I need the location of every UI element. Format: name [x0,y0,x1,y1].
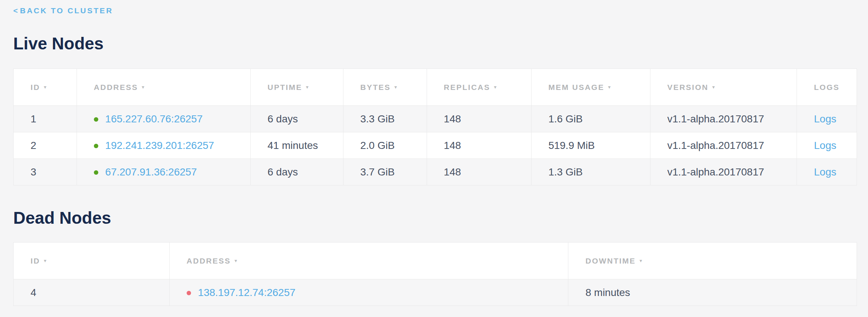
live-col-header-address[interactable]: ADDRESS▾ [77,69,250,106]
dead-nodes-title: Dead Nodes [13,208,857,227]
cell-logs: Logs [797,159,857,185]
live-status-icon [94,170,98,175]
cell-id: 4 [14,279,170,306]
cell-uptime: 41 minutes [250,132,343,159]
live-status-icon [94,144,98,148]
cell-replicas: 148 [427,106,531,132]
dead-status-icon [187,291,191,295]
live-status-icon [94,117,98,122]
logs-link[interactable]: Logs [814,113,836,125]
cell-uptime: 6 days [250,106,343,132]
node-address-link[interactable]: 138.197.12.74:26257 [198,287,296,298]
live-nodes-table: ID▾ ADDRESS▾ UPTIME▾ BYTES▾ REPLICAS▾ ME… [13,69,857,185]
sort-desc-icon: ▾ [142,84,144,90]
dead-col-header-downtime[interactable]: DOWNTIME▾ [568,243,857,279]
table-row: 1 165.227.60.76:26257 6 days 3.3 GiB 148… [14,106,857,132]
live-col-header-replicas[interactable]: REPLICAS▾ [427,69,531,106]
sort-desc-icon: ▾ [712,84,715,90]
cell-bytes: 3.3 GiB [343,106,427,132]
live-col-header-uptime[interactable]: UPTIME▾ [250,69,343,106]
cell-mem-usage: 519.9 MiB [531,132,650,159]
sort-desc-icon: ▾ [639,258,642,264]
cell-address: 165.227.60.76:26257 [77,106,250,132]
cell-address: 192.241.239.201:26257 [77,132,250,159]
nodes-page: <BACK TO CLUSTER Live Nodes ID▾ ADDRESS▾… [0,0,868,306]
cell-bytes: 3.7 GiB [343,159,427,185]
sort-desc-icon: ▾ [494,84,497,90]
sort-desc-icon: ▾ [306,84,308,90]
logs-link[interactable]: Logs [814,140,836,151]
sort-desc-icon: ▾ [234,258,237,264]
cell-bytes: 2.0 GiB [343,132,427,159]
node-address-link[interactable]: 165.227.60.76:26257 [105,113,203,125]
cell-id: 3 [14,159,77,185]
cell-address: 67.207.91.36:26257 [77,159,250,185]
sort-desc-icon: ▾ [44,258,46,264]
dead-table-header-row: ID▾ ADDRESS▾ DOWNTIME▾ [14,243,857,279]
cell-mem-usage: 1.3 GiB [531,159,650,185]
cell-logs: Logs [797,106,857,132]
cell-downtime: 8 minutes [568,279,857,306]
live-col-header-version[interactable]: VERSION▾ [650,69,797,106]
dead-col-header-id[interactable]: ID▾ [14,243,170,279]
sort-desc-icon: ▾ [394,84,397,90]
table-row: 4 138.197.12.74:26257 8 minutes [14,279,857,306]
chevron-left-icon: < [13,6,18,15]
cell-uptime: 6 days [250,159,343,185]
dead-nodes-table: ID▾ ADDRESS▾ DOWNTIME▾ 4 138.197.12.74:2… [13,242,857,306]
live-col-header-id[interactable]: ID▾ [14,69,77,106]
table-row: 2 192.241.239.201:26257 41 minutes 2.0 G… [14,132,857,159]
cell-replicas: 148 [427,132,531,159]
cell-replicas: 148 [427,159,531,185]
live-col-header-logs: LOGS [797,69,857,106]
table-row: 3 67.207.91.36:26257 6 days 3.7 GiB 148 … [14,159,857,185]
live-col-header-bytes[interactable]: BYTES▾ [343,69,427,106]
sort-desc-icon: ▾ [608,84,611,90]
back-to-cluster-link[interactable]: <BACK TO CLUSTER [13,6,113,15]
cell-logs: Logs [797,132,857,159]
live-table-header-row: ID▾ ADDRESS▾ UPTIME▾ BYTES▾ REPLICAS▾ ME… [14,69,857,106]
cell-mem-usage: 1.6 GiB [531,106,650,132]
cell-version: v1.1-alpha.20170817 [650,106,797,132]
cell-version: v1.1-alpha.20170817 [650,132,797,159]
node-address-link[interactable]: 192.241.239.201:26257 [105,140,214,151]
back-to-cluster-label: BACK TO CLUSTER [20,6,113,15]
dead-col-header-address[interactable]: ADDRESS▾ [169,243,568,279]
logs-link[interactable]: Logs [814,166,836,178]
cell-version: v1.1-alpha.20170817 [650,159,797,185]
cell-id: 2 [14,132,77,159]
cell-address: 138.197.12.74:26257 [169,279,568,306]
node-address-link[interactable]: 67.207.91.36:26257 [105,166,197,178]
sort-desc-icon: ▾ [44,84,46,90]
live-col-header-mem-usage[interactable]: MEM USAGE▾ [531,69,650,106]
live-nodes-title: Live Nodes [13,34,857,53]
cell-id: 1 [14,106,77,132]
